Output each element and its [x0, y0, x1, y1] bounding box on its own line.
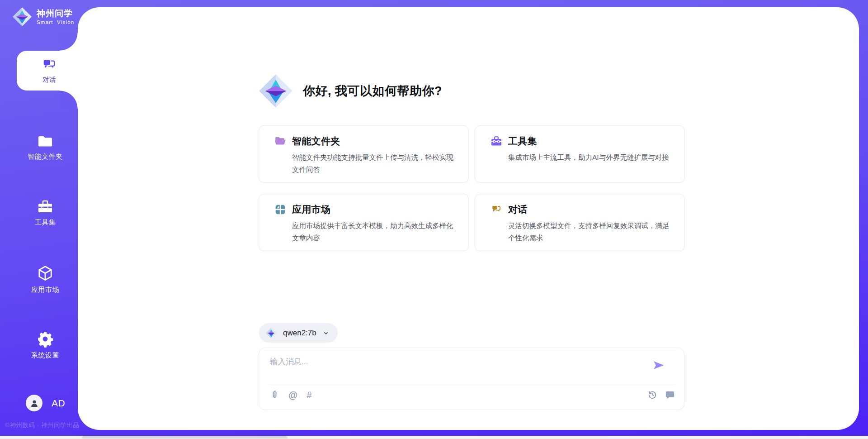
app-root: 神州问学 Smart Vision 对话 智能文件夹	[0, 0, 868, 439]
sidebar-item-toolset[interactable]: 工具集	[9, 199, 81, 227]
chat-bubbles-icon	[491, 204, 502, 215]
card-description: 灵活切换多模型文件，支持多样回复效果调试，满足个性化需求	[508, 220, 674, 244]
briefcase-icon	[491, 136, 502, 147]
card-app-market[interactable]: 应用市场 应用市场提供丰富长文本模板，助力高效生成多样化文章内容	[259, 194, 469, 251]
sidebar-item-label: 对话	[42, 76, 56, 84]
card-description: 应用市场提供丰富长文本模板，助力高效生成多样化文章内容	[292, 220, 458, 244]
hashtag-icon[interactable]: #	[307, 390, 311, 400]
sidebar-item-chat[interactable]: 对话	[17, 51, 81, 91]
horizontal-scrollbar-thumb[interactable]	[82, 436, 288, 439]
history-icon[interactable]	[647, 390, 657, 400]
brand-name: 神州问学	[37, 9, 74, 19]
card-description: 集成市场上主流工具，助力AI与外界无缝扩展与对接	[508, 151, 674, 163]
chat-bubbles-icon	[41, 57, 57, 73]
message-composer: @ #	[259, 348, 684, 410]
brand-subtitle: Smart Vision	[37, 19, 74, 25]
model-selector[interactable]: qwen2:7b	[259, 323, 338, 343]
tab-connector-top	[60, 33, 78, 51]
user-name: AD	[52, 398, 65, 409]
card-title: 对话	[508, 203, 528, 216]
shortcut-cards: 智能文件夹 智能文件夹功能支持批量文件上传与清洗，轻松实现文件问答 工具集 集成…	[259, 125, 685, 251]
card-smart-folder[interactable]: 智能文件夹 智能文件夹功能支持批量文件上传与清洗，轻松实现文件问答	[259, 125, 469, 183]
folder-icon	[37, 134, 54, 149]
open-folder-icon	[274, 136, 286, 147]
sidebar-item-settings[interactable]: 系统设置	[9, 330, 81, 360]
card-title: 工具集	[508, 135, 537, 148]
gear-icon	[37, 330, 54, 348]
chevron-down-icon	[322, 329, 330, 337]
sidebar-item-label: 工具集	[35, 218, 56, 227]
model-name: qwen2:7b	[283, 329, 316, 338]
sidebar-item-smart-folder[interactable]: 智能文件夹	[9, 134, 81, 161]
chat-bubble-icon[interactable]	[665, 390, 675, 400]
send-icon[interactable]	[652, 359, 665, 372]
brand-diamond-icon	[265, 327, 277, 339]
sidebar-item-app-market[interactable]: 应用市场	[9, 265, 81, 294]
brand-diamond-icon	[12, 6, 33, 27]
card-description: 智能文件夹功能支持批量文件上传与清洗，轻松实现文件问答	[292, 151, 458, 176]
user-avatar-icon	[29, 398, 40, 409]
sidebar-item-label: 智能文件夹	[28, 153, 63, 161]
greeting-title: 你好, 我可以如何帮助你?	[303, 83, 442, 99]
composer-tools-right	[647, 390, 675, 400]
message-input[interactable]	[270, 355, 650, 368]
card-toolset[interactable]: 工具集 集成市场上主流工具，助力AI与外界无缝扩展与对接	[475, 125, 685, 183]
horizontal-scrollbar	[0, 436, 868, 439]
card-title: 应用市场	[292, 203, 330, 216]
card-title: 智能文件夹	[292, 135, 340, 148]
greeting-row: 你好, 我可以如何帮助你?	[258, 72, 442, 110]
attachment-icon[interactable]	[270, 390, 279, 400]
avatar	[26, 395, 42, 411]
brand-diamond-icon	[258, 72, 294, 110]
brand-logo: 神州问学 Smart Vision	[12, 6, 74, 27]
sidebar-item-label: 系统设置	[31, 351, 59, 360]
tab-connector-bottom	[60, 91, 78, 109]
footer-credit: ©神州数码 · 神州问学出品	[5, 421, 82, 429]
composer-tools-left: @ #	[270, 390, 311, 400]
brand-text: 神州问学 Smart Vision	[37, 9, 74, 25]
toolbox-icon	[37, 199, 53, 215]
user-account-button[interactable]: AD	[26, 395, 65, 411]
mention-icon[interactable]: @	[288, 390, 297, 400]
app-grid-icon	[274, 204, 286, 215]
sidebar-item-label: 应用市场	[31, 286, 59, 294]
cube-icon	[37, 265, 54, 282]
composer-divider	[268, 384, 676, 384]
card-chat[interactable]: 对话 灵活切换多模型文件，支持多样回复效果调试，满足个性化需求	[475, 194, 685, 251]
